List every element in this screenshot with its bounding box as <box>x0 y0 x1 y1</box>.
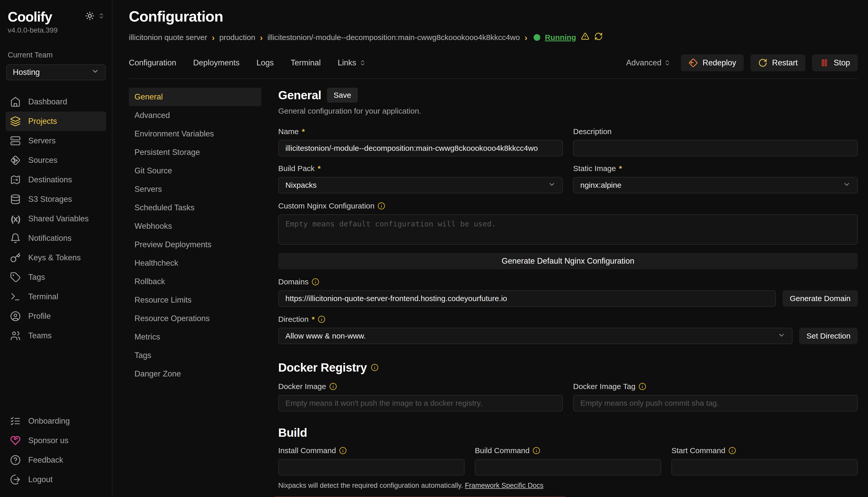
static-image-value: nginx:alpine <box>580 181 621 189</box>
generate-nginx-button[interactable]: Generate Default Nginx Configuration <box>278 253 858 269</box>
info-icon <box>728 447 736 454</box>
submenu-preview-deployments[interactable]: Preview Deployments <box>129 236 261 254</box>
sidebar-item-shared-variables[interactable]: (x) Shared Variables <box>6 209 106 228</box>
generate-domain-button[interactable]: Generate Domain <box>783 290 858 307</box>
docker-image-input[interactable] <box>278 395 563 411</box>
sidebar-item-s3-storages[interactable]: S3 Storages <box>6 189 106 209</box>
team-select[interactable]: Hosting <box>6 65 106 80</box>
static-image-select[interactable]: nginx:alpine <box>573 177 858 193</box>
advanced-label: Advanced <box>626 58 661 68</box>
description-label: Description <box>573 127 611 136</box>
sidebar-item-teams[interactable]: Teams <box>6 326 106 345</box>
tab-links-label: Links <box>338 58 356 68</box>
submenu-persistent-storage[interactable]: Persistent Storage <box>129 143 261 161</box>
sidebar-item-terminal[interactable]: Terminal <box>6 287 106 307</box>
static-image-label: Static Image <box>573 164 616 173</box>
sidebar-item-destinations[interactable]: Destinations <box>6 170 106 189</box>
install-command-input[interactable] <box>278 459 465 475</box>
submenu-advanced[interactable]: Advanced <box>129 106 261 125</box>
build-command-label-row: Build Command <box>475 446 661 455</box>
sidebar-item-dashboard[interactable]: Dashboard <box>6 92 106 112</box>
submenu-danger-zone[interactable]: Danger Zone <box>129 365 261 383</box>
sidebar-item-label: S3 Storages <box>28 195 72 204</box>
sidebar-item-label: Profile <box>28 312 51 321</box>
tab-logs[interactable]: Logs <box>257 58 274 68</box>
submenu-general[interactable]: General <box>129 88 261 106</box>
sidebar-item-notifications[interactable]: Notifications <box>6 228 106 248</box>
current-team-label: Current Team <box>8 51 106 59</box>
submenu-servers[interactable]: Servers <box>129 180 261 198</box>
install-command-label-row: Install Command <box>278 446 465 455</box>
info-icon <box>533 447 540 454</box>
tab-deployments[interactable]: Deployments <box>193 58 239 68</box>
sidebar-item-sponsor[interactable]: Sponsor us <box>6 431 106 450</box>
heart-icon <box>10 435 21 446</box>
build-pack-label: Build Pack <box>278 164 315 173</box>
database-icon <box>10 194 21 205</box>
description-input[interactable] <box>573 140 858 156</box>
install-command-label: Install Command <box>278 446 336 455</box>
framework-docs-link[interactable]: Framework Specific Docs <box>465 482 543 489</box>
start-command-input[interactable] <box>671 459 858 475</box>
docker-image-tag-input[interactable] <box>573 395 858 411</box>
submenu-scheduled-tasks[interactable]: Scheduled Tasks <box>129 198 261 217</box>
stop-button[interactable]: Stop <box>812 54 858 71</box>
refresh-icon[interactable] <box>594 32 603 43</box>
sidebar-item-feedback[interactable]: Feedback <box>6 450 106 470</box>
sidebar-item-keys-tokens[interactable]: Keys & Tokens <box>6 248 106 268</box>
redeploy-button[interactable]: Redeploy <box>681 54 744 71</box>
server-icon <box>10 135 21 146</box>
map-icon <box>10 174 21 185</box>
users-icon <box>10 330 21 341</box>
sidebar-item-profile[interactable]: Profile <box>6 307 106 326</box>
tab-links[interactable]: Links <box>338 58 366 68</box>
sidebar-item-label: Onboarding <box>28 416 70 426</box>
info-icon <box>371 364 378 371</box>
logout-icon <box>10 474 21 485</box>
sidebar-item-servers[interactable]: Servers <box>6 131 106 151</box>
sidebar-item-label: Servers <box>28 136 56 145</box>
tab-configuration[interactable]: Configuration <box>129 58 176 68</box>
direction-select[interactable]: Allow www & non-www. <box>278 328 793 344</box>
sidebar-item-sources[interactable]: Sources <box>6 151 106 170</box>
tab-terminal[interactable]: Terminal <box>291 58 321 68</box>
set-direction-button[interactable]: Set Direction <box>799 328 858 344</box>
status-badge[interactable]: Running <box>545 33 576 42</box>
theme-selector[interactable] <box>85 11 105 22</box>
sidebar-item-label: Teams <box>28 331 52 340</box>
submenu-resource-limits[interactable]: Resource Limits <box>129 291 261 309</box>
key-icon <box>10 252 21 264</box>
sidebar-item-label: Destinations <box>28 175 72 184</box>
submenu-git-source[interactable]: Git Source <box>129 161 261 180</box>
main-area: Configuration illicitonion quote server … <box>112 0 868 497</box>
breadcrumb-application[interactable]: illicitestonion/-module--decomposition:m… <box>267 33 520 42</box>
domains-input[interactable] <box>278 290 776 307</box>
sidebar-item-tags[interactable]: Tags <box>6 268 106 287</box>
nginx-label: Custom Nginx Configuration <box>278 202 374 210</box>
sidebar-item-logout[interactable]: Logout <box>6 470 106 489</box>
submenu-healthcheck[interactable]: Healthcheck <box>129 254 261 272</box>
breadcrumb-project[interactable]: illicitonion quote server <box>129 33 207 42</box>
build-pack-select[interactable]: Nixpacks <box>278 177 563 193</box>
sidebar-item-projects[interactable]: Projects <box>6 112 106 131</box>
submenu-rollback[interactable]: Rollback <box>129 272 261 291</box>
required-asterisk: * <box>312 315 315 324</box>
name-input[interactable] <box>278 140 563 156</box>
submenu-metrics[interactable]: Metrics <box>129 328 261 346</box>
save-button[interactable]: Save <box>327 88 358 103</box>
required-asterisk: * <box>619 164 622 173</box>
app-root: Coolify v4.0.0-beta.399 Current Team Hos… <box>0 0 868 497</box>
restart-button[interactable]: Restart <box>750 54 805 71</box>
tag-icon <box>10 272 21 283</box>
submenu-environment-variables[interactable]: Environment Variables <box>129 125 261 143</box>
build-command-input[interactable] <box>475 459 661 475</box>
nginx-config-textarea[interactable] <box>278 214 858 245</box>
advanced-dropdown[interactable]: Advanced <box>626 58 671 68</box>
sidebar-item-onboarding[interactable]: Onboarding <box>6 411 106 431</box>
chevron-down-icon <box>91 68 99 77</box>
submenu-resource-operations[interactable]: Resource Operations <box>129 309 261 328</box>
chevron-down-icon <box>548 181 556 190</box>
breadcrumb-environment[interactable]: production <box>219 33 255 42</box>
submenu-webhooks[interactable]: Webhooks <box>129 217 261 236</box>
submenu-tags[interactable]: Tags <box>129 346 261 365</box>
